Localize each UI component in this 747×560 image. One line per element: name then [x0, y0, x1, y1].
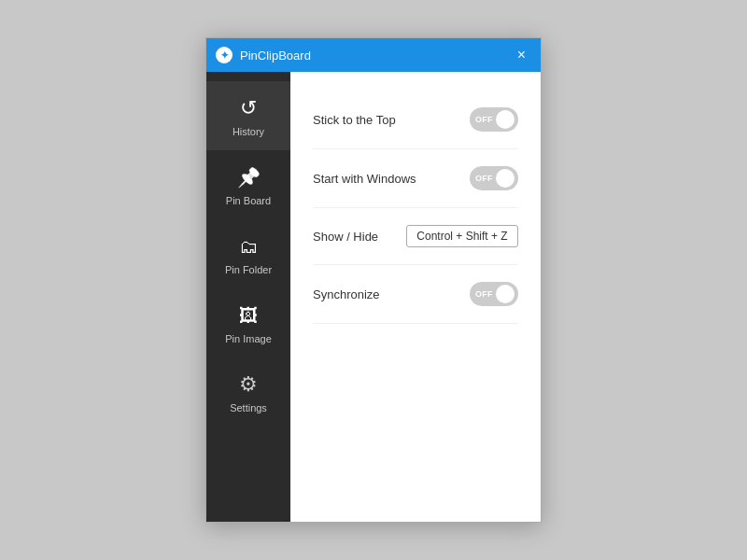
sidebar-label-pin-image: Pin Image	[225, 333, 272, 344]
shortcut-show-hide[interactable]: Control + Shift + Z	[406, 225, 518, 247]
toggle-synchronize[interactable]: OFF	[470, 282, 518, 306]
close-button[interactable]: ×	[512, 44, 531, 66]
setting-label-start-with-windows: Start with Windows	[313, 172, 416, 186]
toggle-knob-synchronize	[496, 285, 514, 303]
title-bar: ✦ PinClipBoard ×	[206, 38, 541, 72]
sidebar-item-pin-folder[interactable]: Pin Folder	[206, 219, 290, 288]
sidebar: History Pin Board Pin Folder Pin Image S…	[206, 72, 290, 522]
sidebar-item-pin-image[interactable]: Pin Image	[206, 288, 290, 357]
sidebar-label-history: History	[233, 126, 264, 137]
toggle-knob-start-with-windows	[496, 169, 514, 188]
sidebar-label-settings: Settings	[230, 402, 267, 413]
app-window: ✦ PinClipBoard × History Pin Board Pin F…	[205, 37, 542, 523]
sidebar-item-settings[interactable]: Settings	[206, 357, 290, 427]
toggle-text-synchronize: OFF	[475, 289, 493, 299]
toggle-text-start-with-windows: OFF	[475, 174, 493, 183]
setting-row-stick-to-top: Stick to the Top OFF	[313, 91, 518, 149]
setting-label-synchronize: Synchronize	[313, 287, 380, 301]
setting-row-show-hide: Show / Hide Control + Shift + Z	[313, 208, 518, 265]
setting-row-start-with-windows: Start with Windows OFF	[313, 149, 518, 208]
sidebar-item-pin-board[interactable]: Pin Board	[206, 150, 290, 219]
content-area: Stick to the Top OFF Start with Windows …	[290, 72, 541, 522]
setting-label-stick-to-top: Stick to the Top	[313, 113, 396, 127]
sidebar-label-pin-folder: Pin Folder	[225, 264, 272, 275]
window-title: PinClipBoard	[240, 49, 512, 63]
setting-label-show-hide: Show / Hide	[313, 230, 378, 244]
sidebar-item-history[interactable]: History	[206, 81, 290, 150]
settings-icon	[239, 371, 258, 397]
window-body: History Pin Board Pin Folder Pin Image S…	[206, 72, 541, 522]
history-icon	[240, 94, 257, 120]
toggle-start-with-windows[interactable]: OFF	[470, 166, 518, 190]
pin-image-icon	[239, 301, 258, 328]
app-icon: ✦	[216, 47, 233, 63]
toggle-stick-to-top[interactable]: OFF	[470, 107, 518, 132]
pin-board-icon	[237, 163, 261, 189]
setting-row-synchronize: Synchronize OFF	[313, 265, 518, 324]
toggle-text-stick-to-top: OFF	[475, 115, 493, 124]
pin-folder-icon	[239, 232, 258, 259]
toggle-knob-stick-to-top	[496, 110, 514, 129]
sidebar-label-pin-board: Pin Board	[226, 195, 271, 206]
